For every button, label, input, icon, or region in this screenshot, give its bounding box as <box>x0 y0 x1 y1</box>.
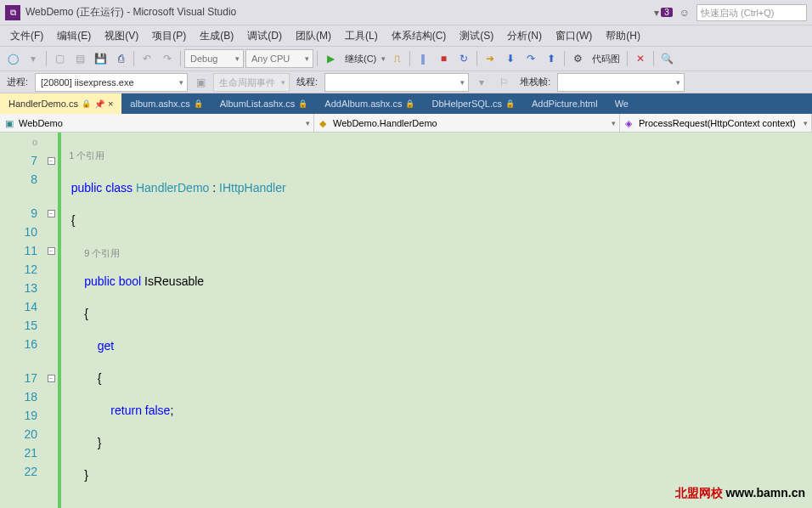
nav-project-dropdown[interactable]: ▣ WebDemo <box>0 114 314 132</box>
fold-toggle-icon[interactable]: − <box>48 375 55 382</box>
separator <box>133 51 134 66</box>
codemap-label[interactable]: 代码图 <box>589 53 623 65</box>
method-icon: ◈ <box>625 118 635 128</box>
pause-icon[interactable]: ‖ <box>414 49 432 68</box>
menu-architecture[interactable]: 体系结构(C) <box>385 27 454 45</box>
quick-launch-input[interactable]: 快速启动 (Ctrl+Q) <box>696 4 807 21</box>
notifications-flag-icon[interactable]: ▾3 <box>654 7 673 19</box>
lock-icon: 🔒 <box>405 99 414 108</box>
nav-forward-icon: ▾ <box>24 49 42 68</box>
find-icon[interactable]: 🔍 <box>657 49 676 68</box>
menu-view[interactable]: 视图(V) <box>98 27 145 45</box>
separator <box>180 51 181 66</box>
process-label: 进程: <box>3 76 31 88</box>
separator <box>317 51 318 66</box>
menu-build[interactable]: 生成(B) <box>193 27 240 45</box>
separator <box>627 51 628 66</box>
thread-flag-icon: ▾ <box>472 73 491 92</box>
class-icon: ◆ <box>319 118 330 128</box>
lock-icon: 🔒 <box>194 99 203 108</box>
menubar: 文件(F) 编辑(E) 视图(V) 项目(P) 生成(B) 调试(D) 团队(M… <box>0 25 812 46</box>
separator <box>564 51 565 66</box>
stackframe-label: 堆栈帧: <box>516 76 554 88</box>
tab-overflow[interactable]: We <box>606 93 637 114</box>
thread-label: 线程: <box>293 76 321 88</box>
thread-dropdown[interactable] <box>324 73 469 92</box>
new-project-icon[interactable]: ▢ <box>50 49 69 68</box>
tab-albumlist[interactable]: AlbumList.ashx.cs 🔒 <box>211 93 317 114</box>
fold-toggle-icon[interactable]: − <box>48 247 55 255</box>
document-tabs: HandlerDemo.cs 🔒 📌 × album.ashx.cs 🔒 Alb… <box>0 93 812 114</box>
platform-dropdown[interactable]: Any CPU <box>245 49 313 68</box>
show-next-statement-icon[interactable]: ➜ <box>481 49 499 68</box>
tab-album[interactable]: album.ashx.cs 🔒 <box>121 93 211 114</box>
pin-icon[interactable]: 📌 <box>94 99 104 109</box>
lock-icon: 🔒 <box>298 99 307 108</box>
step-out-icon[interactable]: ⬆ <box>542 49 561 68</box>
tab-addalbum[interactable]: AddAlbum.ashx.cs 🔒 <box>316 93 423 114</box>
lock-icon: 🔒 <box>505 99 515 108</box>
window-title: WebDemo (正在运行) - Microsoft Visual Studio <box>25 5 654 20</box>
titlebar: ⧉ WebDemo (正在运行) - Microsoft Visual Stud… <box>0 0 812 25</box>
break-all-icon[interactable]: ✕ <box>631 49 650 68</box>
code-navbar: ▣ WebDemo ◆ WebDemo.HandlerDemo ◈ Proces… <box>0 114 812 133</box>
separator <box>653 51 654 66</box>
browser-select-icon[interactable]: ⎍ <box>387 49 406 68</box>
save-all-icon[interactable]: ⎙ <box>111 49 130 68</box>
feedback-icon[interactable]: ☺ <box>679 7 690 19</box>
restart-icon[interactable]: ↻ <box>454 49 473 68</box>
save-icon[interactable]: 💾 <box>91 49 110 68</box>
step-over-icon[interactable]: ↷ <box>522 49 540 68</box>
nav-class-dropdown[interactable]: ◆ WebDemo.HandlerDemo <box>314 114 620 132</box>
line-number-gutter: o 78 91011 121314 1516 171819 202122 <box>0 133 44 508</box>
csharp-project-icon: ▣ <box>5 118 15 128</box>
code-editor[interactable]: o 78 91011 121314 1516 171819 202122 − −… <box>0 133 812 508</box>
codemap-icon[interactable]: ⚙ <box>568 49 587 68</box>
menu-tools[interactable]: 工具(L) <box>338 27 385 45</box>
nav-back-icon[interactable]: ◯ <box>3 49 22 68</box>
undo-icon: ↶ <box>138 49 156 68</box>
menu-analyze[interactable]: 分析(N) <box>500 27 549 45</box>
redo-icon: ↷ <box>158 49 177 68</box>
menu-team[interactable]: 团队(M) <box>289 27 338 45</box>
menu-window[interactable]: 窗口(W) <box>549 27 599 45</box>
menu-project[interactable]: 项目(P) <box>145 27 193 45</box>
separator <box>409 51 410 66</box>
menu-test[interactable]: 测试(S) <box>453 27 500 45</box>
watermark: 北盟网校 www.bamn.cn <box>675 486 806 501</box>
vs-logo-icon: ⧉ <box>5 5 20 20</box>
continue-icon[interactable]: ▶ <box>321 49 340 68</box>
lock-icon: 🔒 <box>82 99 91 108</box>
tab-dbhelper[interactable]: DbHelperSQL.cs 🔒 <box>423 93 523 114</box>
tab-addpicture[interactable]: AddPicture.html <box>523 93 606 114</box>
fold-toggle-icon[interactable]: − <box>48 210 55 217</box>
tab-handlerdemo[interactable]: HandlerDemo.cs 🔒 📌 × <box>0 93 121 114</box>
step-into-icon[interactable]: ⬇ <box>501 49 520 68</box>
fold-toggle-icon[interactable]: − <box>48 157 55 165</box>
menu-help[interactable]: 帮助(H) <box>599 27 647 45</box>
separator <box>46 51 47 66</box>
code-area[interactable]: 1 个引用 public class HandlerDemo : IHttpHa… <box>61 133 812 508</box>
continue-label[interactable]: 继续(C) <box>341 53 380 65</box>
fold-column[interactable]: − − − − <box>44 133 58 508</box>
lifecycle-dropdown: 生命周期事件 <box>213 73 290 92</box>
close-icon[interactable]: × <box>108 99 113 109</box>
menu-edit[interactable]: 编辑(E) <box>50 27 98 45</box>
menu-debug[interactable]: 调试(D) <box>240 27 289 45</box>
separator <box>476 51 477 66</box>
debug-toolbar: 进程: [20800] iisexpress.exe ▣ 生命周期事件 线程: … <box>0 71 812 93</box>
open-file-icon[interactable]: ▤ <box>70 49 89 68</box>
stop-icon[interactable]: ■ <box>434 49 453 68</box>
stackframe-dropdown[interactable] <box>557 73 685 92</box>
process-dropdown[interactable]: [20800] iisexpress.exe <box>35 73 188 92</box>
thread-filter-icon: ⚐ <box>494 73 513 92</box>
main-toolbar: ◯ ▾ ▢ ▤ 💾 ⎙ ↶ ↷ Debug Any CPU ▶ 继续(C) ▾ … <box>0 46 812 71</box>
continue-chevron-icon[interactable]: ▾ <box>381 54 386 63</box>
nav-member-dropdown[interactable]: ◈ ProcessRequest(HttpContext context) <box>620 114 812 132</box>
config-dropdown[interactable]: Debug <box>184 49 244 68</box>
menu-file[interactable]: 文件(F) <box>3 27 50 45</box>
lifecycle-icon: ▣ <box>191 73 210 92</box>
